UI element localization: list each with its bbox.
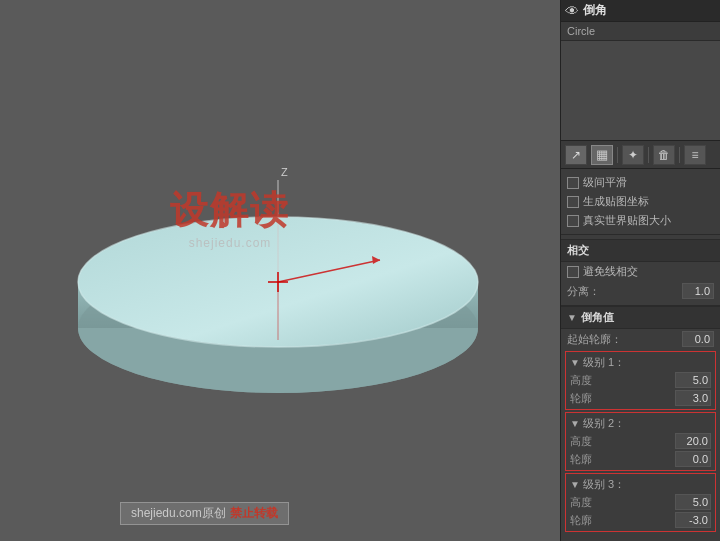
label-realworld: 真实世界贴图大小 — [583, 213, 671, 228]
checkboxes-section: 级间平滑 生成贴图坐标 真实世界贴图大小 — [561, 169, 720, 235]
right-panel: 👁 倒角 Circle ↗ ▦ ✦ 🗑 ≡ 级间平滑 生成贴图坐标 — [560, 0, 720, 541]
toolbar-sep-2 — [648, 147, 649, 163]
bevel-section: ▼ 倒角值 起始轮廓： 0.0 ▼ 级别 1： 高度 5.0 轮廓 — [561, 306, 720, 541]
level-2-height-label: 高度 — [570, 434, 592, 449]
toolbar-icon-trash[interactable]: 🗑 — [653, 145, 675, 165]
level-2-profile-row: 轮廓 0.0 — [566, 450, 715, 468]
level-2-label: 级别 2： — [583, 416, 625, 431]
eye-icon: 👁 — [565, 3, 579, 19]
level-1-profile-label: 轮廓 — [570, 391, 592, 406]
panel-subtitle: Circle — [561, 22, 720, 41]
toolbar-icon-lines[interactable]: ≡ — [684, 145, 706, 165]
checkbox-realworld[interactable] — [567, 215, 579, 227]
level-3-arrow: ▼ — [570, 479, 580, 490]
level-3-height-label: 高度 — [570, 495, 592, 510]
checkbox-row-uvw: 生成贴图坐标 — [561, 192, 720, 211]
level-3-profile-label: 轮廓 — [570, 513, 592, 528]
panel-preview — [561, 41, 720, 141]
intersect-section: 相交 避免线相交 分离： 1.0 — [561, 235, 720, 306]
level-2-group: ▼ 级别 2： 高度 20.0 轮廓 0.0 — [565, 412, 716, 471]
intersect-header: 相交 — [561, 239, 720, 262]
watermark-bottom: shejiedu.com原创 禁止转载 — [120, 502, 289, 525]
intersect-title: 相交 — [567, 243, 589, 258]
toolbar-icon-grid[interactable]: ▦ — [591, 145, 613, 165]
panel-title-bar: 👁 倒角 — [561, 0, 720, 22]
main-container: Z 设解读 shejiedu.com sh — [0, 0, 720, 541]
toolbar-icon-star[interactable]: ✦ — [622, 145, 644, 165]
3d-viewport-area: Z — [20, 60, 540, 480]
toolbar-row: ↗ ▦ ✦ 🗑 ≡ — [561, 141, 720, 169]
level-2-profile-label: 轮廓 — [570, 452, 592, 467]
label-avoid: 避免线相交 — [583, 264, 638, 279]
level-1-arrow: ▼ — [570, 357, 580, 368]
level-3-label: 级别 3： — [583, 477, 625, 492]
level-2-arrow: ▼ — [570, 418, 580, 429]
level-1-profile-value[interactable]: 3.0 — [675, 390, 711, 406]
level-1-label: 级别 1： — [583, 355, 625, 370]
bevel-values-header: ▼ 倒角值 — [561, 306, 720, 329]
level-1-group: ▼ 级别 1： 高度 5.0 轮廓 3.0 — [565, 351, 716, 410]
disk-svg: Z — [20, 60, 540, 480]
toolbar-sep-1 — [617, 147, 618, 163]
level-1-header: ▼ 级别 1： — [566, 354, 715, 371]
level-3-profile-value[interactable]: -3.0 — [675, 512, 711, 528]
sep-value[interactable]: 1.0 — [682, 283, 714, 299]
level-3-height-row: 高度 5.0 — [566, 493, 715, 511]
level-2-profile-value[interactable]: 0.0 — [675, 451, 711, 467]
level-2-height-value[interactable]: 20.0 — [675, 433, 711, 449]
sep-label: 分离： — [567, 284, 600, 299]
label-uvw: 生成贴图坐标 — [583, 194, 649, 209]
start-profile-label: 起始轮廓： — [567, 332, 622, 347]
label-smooth: 级间平滑 — [583, 175, 627, 190]
watermark-bottom-text: shejiedu.com原创 — [131, 505, 226, 522]
checkbox-smooth[interactable] — [567, 177, 579, 189]
bevel-arrow-icon: ▼ — [567, 312, 577, 323]
checkbox-avoid[interactable] — [567, 266, 579, 278]
level-2-header: ▼ 级别 2： — [566, 415, 715, 432]
viewport: Z 设解读 shejiedu.com sh — [0, 0, 560, 541]
panel-title: 倒角 — [583, 2, 716, 19]
watermark-bottom-red: 禁止转载 — [230, 505, 278, 522]
start-profile-row: 起始轮廓： 0.0 — [561, 329, 720, 349]
bevel-values-title: 倒角值 — [581, 310, 614, 325]
sep-param-row: 分离： 1.0 — [561, 281, 720, 301]
checkbox-row-realworld: 真实世界贴图大小 — [561, 211, 720, 230]
toolbar-sep-3 — [679, 147, 680, 163]
checkbox-row-avoid: 避免线相交 — [561, 262, 720, 281]
level-1-profile-row: 轮廓 3.0 — [566, 389, 715, 407]
checkbox-row-smooth: 级间平滑 — [561, 173, 720, 192]
level-3-height-value[interactable]: 5.0 — [675, 494, 711, 510]
level-3-header: ▼ 级别 3： — [566, 476, 715, 493]
level-1-height-row: 高度 5.0 — [566, 371, 715, 389]
level-1-height-label: 高度 — [570, 373, 592, 388]
svg-text:Z: Z — [281, 166, 288, 178]
start-profile-value[interactable]: 0.0 — [682, 331, 714, 347]
level-3-profile-row: 轮廓 -3.0 — [566, 511, 715, 529]
level-3-group: ▼ 级别 3： 高度 5.0 轮廓 -3.0 — [565, 473, 716, 532]
level-2-height-row: 高度 20.0 — [566, 432, 715, 450]
toolbar-icon-arrow[interactable]: ↗ — [565, 145, 587, 165]
level-1-height-value[interactable]: 5.0 — [675, 372, 711, 388]
checkbox-uvw[interactable] — [567, 196, 579, 208]
